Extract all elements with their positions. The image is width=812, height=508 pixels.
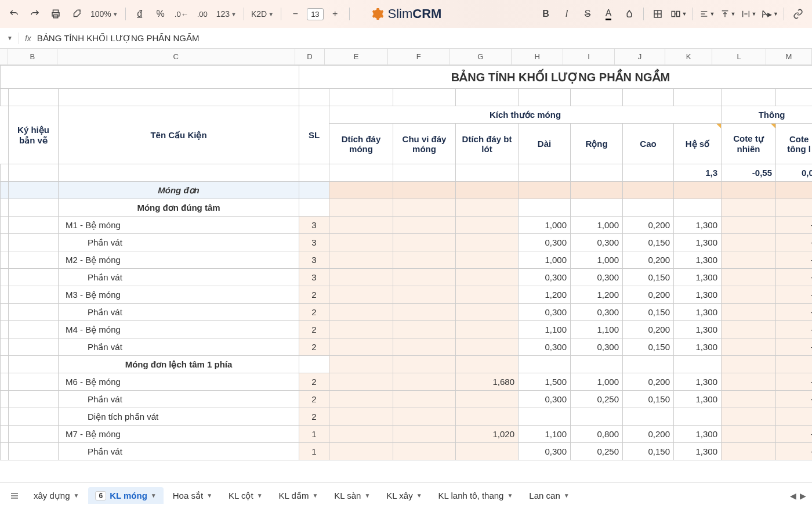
table-row[interactable]: Diện tích phần vát2 [1, 408, 813, 426]
section-dung-tam: Móng đơn đúng tâm [59, 199, 299, 217]
col-ten-cau-kien: Tên Cấu Kiện [59, 106, 299, 164]
all-sheets-button[interactable] [6, 487, 23, 505]
table-row[interactable]: Phần vát20,3000,2500,1501,300-1 [1, 391, 813, 408]
gear-icon [371, 7, 385, 21]
name-box[interactable]: ▼ [7, 35, 13, 41]
currency-button[interactable]: đ [130, 5, 149, 23]
link-button[interactable] [789, 5, 807, 23]
sheet-tab[interactable]: KL dầm▼ [272, 487, 325, 505]
svg-rect-7 [676, 12, 679, 17]
tab-scroll-right-icon[interactable]: ▶ [800, 491, 806, 500]
toolbar: 100%▼ đ % .0← .00 123▼ K2D▼ − 13 + SlimC… [0, 0, 812, 28]
bold-button[interactable]: B [536, 5, 555, 23]
text-wrap-button[interactable]: ▼ [740, 5, 758, 23]
sheet-tab[interactable]: 6KL móng▼ [88, 487, 163, 504]
data-table[interactable]: BẢNG TÍNH KHỐI LƯỢNG PHẦN NGẦM Ký hiệu b… [0, 65, 812, 460]
paint-format-button[interactable] [67, 5, 86, 23]
text-rotation-button[interactable]: A▸▼ [760, 5, 779, 23]
text-color-button[interactable]: A [599, 5, 618, 23]
formula-bar: ▼ fx [0, 28, 812, 49]
table-row[interactable]: M6 - Bệ móng21,6801,5001,0000,2001,300-1 [1, 373, 813, 391]
col-ky-hieu: Ký hiệu bản vẽ [9, 106, 59, 164]
print-button[interactable] [46, 5, 65, 23]
group-thong: Thông [722, 106, 813, 124]
table-row[interactable]: Phần vát10,3000,2500,1501,300-1 [1, 443, 813, 460]
table-row[interactable]: M1 - Bệ móng31,0001,0000,2001,300-1 [1, 217, 813, 234]
table-row[interactable]: Phần vát20,3000,3000,1501,300-1 [1, 304, 813, 321]
font-size-decrease[interactable]: − [286, 5, 304, 23]
table-row[interactable]: M3 - Bệ móng21,2001,2000,2001,300-1 [1, 286, 813, 304]
number-format-dropdown[interactable]: 123▼ [214, 9, 239, 19]
decrease-decimal-button[interactable]: .0← [172, 5, 191, 23]
font-size-increase[interactable]: + [326, 5, 345, 23]
redo-button[interactable] [26, 5, 44, 23]
section-mong-don: Móng đơn [59, 182, 299, 199]
fx-label: fx [25, 34, 31, 43]
increase-decimal-button[interactable]: .00 [193, 5, 212, 23]
sheet-tab[interactable]: KL lanh tô, thang▼ [432, 487, 520, 504]
borders-button[interactable] [648, 5, 667, 23]
table-row[interactable]: M4 - Bệ móng21,1001,1000,2001,300-1 [1, 321, 813, 338]
brand-logo: SlimCRM [371, 6, 442, 21]
sheet-tab[interactable]: Lan can▼ [522, 487, 576, 504]
formula-input[interactable] [37, 33, 805, 43]
svg-rect-6 [672, 12, 675, 17]
sheet-tab[interactable]: KL cột▼ [222, 487, 270, 505]
undo-button[interactable] [5, 5, 23, 23]
sheet-tab[interactable]: KL xây▼ [379, 487, 429, 504]
italic-button[interactable]: I [557, 5, 576, 23]
tab-scroll-left-icon[interactable]: ◀ [790, 491, 796, 500]
sheet-tab[interactable]: Hoa sắt▼ [166, 487, 219, 505]
column-headers[interactable]: B C D E F G H I J K L M [0, 49, 812, 65]
strikethrough-button[interactable]: S [578, 5, 597, 23]
table-row[interactable]: Phần vát20,3000,3000,1501,300-1 [1, 338, 813, 356]
merge-cells-button[interactable]: ▼ [669, 5, 688, 23]
font-family-dropdown[interactable]: K2D▼ [249, 9, 276, 19]
spreadsheet-grid[interactable]: B C D E F G H I J K L M BẢNG TÍNH KHỐI L… [0, 49, 812, 482]
horizontal-align-button[interactable]: ▼ [698, 5, 716, 23]
table-row[interactable]: M7 - Bệ móng11,0201,1000,8000,2001,300-1 [1, 426, 813, 443]
vertical-align-button[interactable]: ▼ [719, 5, 737, 23]
fill-color-button[interactable] [620, 5, 639, 23]
zoom-dropdown[interactable]: 100%▼ [88, 9, 121, 19]
group-kich-thuoc: Kích thước móng [329, 106, 722, 124]
sheet-tab[interactable]: KL sàn▼ [327, 487, 377, 504]
font-size-input[interactable]: 13 [307, 8, 323, 20]
section-lech-tam: Móng đơn lệch tâm 1 phía [59, 356, 299, 373]
col-sl: SL [299, 106, 329, 164]
sheet-title: BẢNG TÍNH KHỐI LƯỢNG PHẦN NGẦM [299, 66, 813, 89]
sheet-tabs-bar: xây dựng▼6KL móng▼Hoa sắt▼KL cột▼KL dầm▼… [0, 482, 812, 508]
table-row[interactable]: Phần vát30,3000,3000,1501,300-1 [1, 269, 813, 286]
table-row[interactable]: M2 - Bệ móng31,0001,0000,2001,300-1 [1, 251, 813, 269]
table-row[interactable]: Phần vát30,3000,3000,1501,300-1 [1, 234, 813, 251]
percent-button[interactable]: % [151, 5, 170, 23]
sheet-tab[interactable]: xây dựng▼ [27, 487, 86, 505]
